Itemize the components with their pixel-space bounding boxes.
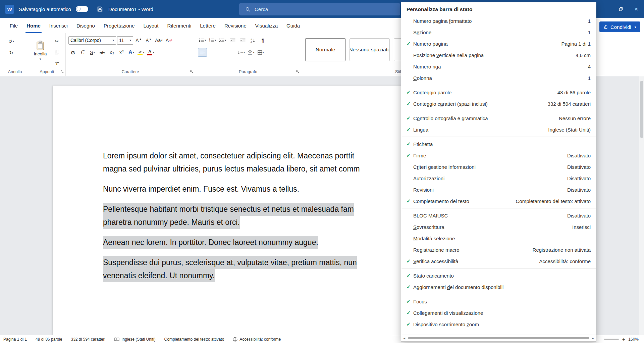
document-page[interactable]: Lorem ipsum dolor sit amet, consectetuer… [53, 86, 419, 335]
status-menu-item[interactable]: ✓Numero paginaPagina 1 di 1 [401, 38, 596, 49]
status-menu-item[interactable]: Registrazione macroRegistrazione non att… [401, 244, 596, 255]
ribbon-tab-guida[interactable]: Guida [282, 18, 304, 33]
proofing-status[interactable]: Inglese (Stati Uniti) [114, 337, 155, 342]
status-menu-item[interactable]: ✓Focus [401, 296, 596, 307]
font-color-button[interactable]: A ▾ [146, 48, 155, 57]
italic-button[interactable]: C [78, 48, 87, 57]
ribbon-tab-visualizza[interactable]: Visualizza [251, 18, 282, 33]
text-effects-button[interactable]: A▾ [127, 48, 136, 57]
sort-button[interactable]: AZ [248, 36, 257, 45]
status-menu-item[interactable]: RevisioniDisattivato [401, 184, 596, 195]
save-icon[interactable] [97, 6, 103, 12]
status-menu-item[interactable]: BLOC MAIUSCDisattivato [401, 210, 596, 221]
font-size-combo[interactable]: 11▾ [117, 36, 133, 45]
paragraph[interactable]: Aenean nec lorem. In porttitor. Donec la… [103, 236, 360, 249]
copy-button[interactable] [52, 48, 61, 56]
status-menu-item[interactable]: Numero riga4 [401, 61, 596, 72]
status-menu-item[interactable]: ✓FirmeDisattivato [401, 150, 596, 161]
bullet-list-button[interactable]: ▾ [198, 36, 207, 45]
restore-window-button[interactable] [613, 0, 629, 18]
shrink-font-button[interactable]: A▼ [144, 36, 153, 45]
ribbon-tab-disegno[interactable]: Disegno [72, 18, 99, 33]
accessibility-status[interactable]: Accessibilità: conforme [233, 337, 281, 342]
document-text[interactable]: Lorem ipsum dolor sit amet, consectetuer… [103, 149, 360, 289]
style-card-normale[interactable]: Normale [305, 38, 345, 61]
status-menu-item[interactable]: Numero pagina formattato1 [401, 15, 596, 27]
status-menu-item[interactable]: ✓LinguaInglese (Stati Uniti) [401, 124, 596, 135]
status-menu-item[interactable]: ✓Controllo ortografia e grammaticaNessun… [401, 112, 596, 124]
strikethrough-button[interactable]: ab [98, 48, 107, 57]
clear-formatting-button[interactable]: A [164, 36, 173, 45]
ribbon-tab-layout[interactable]: Layout [139, 18, 163, 33]
status-menu-item[interactable]: ✓Conteggio parole48 di 86 parole [401, 87, 596, 98]
status-menu-item[interactable]: Modalità selezione [401, 233, 596, 244]
scroll-right-arrow-icon[interactable]: ► [591, 337, 594, 340]
ribbon-tab-revisione[interactable]: Revisione [220, 18, 251, 33]
shading-button[interactable]: ▾ [247, 48, 256, 57]
share-button[interactable]: Condividi ▾ [599, 21, 640, 32]
borders-button[interactable]: ▾ [256, 48, 265, 57]
grow-font-button[interactable]: A▲ [134, 36, 143, 45]
numbered-list-button[interactable]: 123 ▾ [208, 36, 217, 45]
word-count[interactable]: 48 di 86 parole [36, 337, 62, 342]
horizontal-scrollbar-thumb[interactable] [408, 337, 589, 339]
ribbon-tab-inserisci[interactable]: Inserisci [45, 18, 72, 33]
align-left-button[interactable] [198, 48, 207, 57]
status-menu-item[interactable]: Sezione1 [401, 27, 596, 38]
line-spacing-button[interactable]: ▾ [237, 48, 246, 57]
increase-indent-button[interactable] [238, 36, 247, 45]
highlight-color-button[interactable]: ▾ [137, 48, 146, 57]
paste-button[interactable]: Incolla ▾ [31, 36, 50, 66]
menu-horizontal-scrollbar[interactable]: ◄ ► [401, 335, 596, 341]
status-menu-item[interactable]: ✓Verifica accessibilitàAccessibilità: co… [401, 255, 596, 267]
decrease-indent-button[interactable] [228, 36, 237, 45]
format-painter-button[interactable] [52, 58, 61, 67]
status-menu-item[interactable]: Posizione verticale nella pagina4,6 cm [401, 49, 596, 61]
justify-button[interactable] [227, 48, 236, 57]
clipboard-dialog-launcher[interactable] [60, 70, 64, 74]
style-card-nessuna-spaziatura[interactable]: Nessuna spaziatu [350, 38, 390, 61]
pilcrow-button[interactable]: ¶ [258, 36, 267, 45]
ribbon-tab-lettere[interactable]: Lettere [196, 18, 220, 33]
status-menu-item[interactable]: ✓Collegamenti di visualizzazione [401, 307, 596, 318]
status-menu-item[interactable]: ✓Stato caricamento [401, 270, 596, 281]
change-case-button[interactable]: Aa▾ [154, 36, 163, 45]
superscript-button[interactable]: x2 [117, 48, 126, 57]
subscript-button[interactable]: x2 [107, 48, 116, 57]
text-prediction-status[interactable]: Completamento del testo: attivato [164, 337, 224, 342]
ribbon-tab-riferimenti[interactable]: Riferimenti [163, 18, 196, 33]
undo-button[interactable]: ↺▾ [7, 37, 16, 46]
status-menu-item[interactable]: ✓Dispositivo scorrimento zoom [401, 318, 596, 330]
status-menu-item[interactable]: ✓Aggiornamenti del documento disponibili [401, 281, 596, 293]
ribbon-tab-file[interactable]: File [5, 18, 22, 33]
search-box[interactable]: Cerca [239, 3, 400, 15]
vertical-scrollbar[interactable] [639, 76, 644, 335]
underline-button[interactable]: S▾ [88, 48, 97, 57]
character-count[interactable]: 332 di 594 caratteri [71, 337, 105, 342]
font-dialog-launcher[interactable] [190, 70, 193, 74]
status-menu-item[interactable]: Colonna1 [401, 72, 596, 84]
paragraph[interactable]: Suspendisse dui purus, scelerisque at, v… [103, 256, 360, 282]
status-menu-item[interactable]: ✓Etichetta [401, 138, 596, 150]
paragraph-dialog-launcher[interactable] [296, 70, 299, 74]
paragraph[interactable]: Nunc viverra imperdiet enim. Fusce est. … [103, 183, 360, 196]
zoom-slider[interactable] [604, 339, 619, 340]
font-name-combo[interactable]: Calibri (Corpo)▾ [68, 36, 116, 45]
autosave-toggle[interactable] [76, 6, 88, 12]
redo-button[interactable]: ↻ [7, 48, 16, 57]
status-menu-item[interactable]: ✓Conteggio caratteri (spazi inclusi)332 … [401, 98, 596, 109]
status-menu-item[interactable]: Criteri gestione informazioniDisattivato [401, 161, 596, 173]
paragraph[interactable]: Pellentesque habitant morbi tristique se… [103, 203, 360, 229]
cut-button[interactable]: ✂ [52, 37, 61, 46]
ribbon-tab-progettazione[interactable]: Progettazione [99, 18, 139, 33]
ribbon-tab-home[interactable]: Home [22, 18, 45, 33]
align-center-button[interactable] [208, 48, 217, 57]
bold-button[interactable]: G [68, 48, 77, 57]
vertical-scrollbar-thumb[interactable] [640, 81, 643, 138]
close-window-button[interactable]: × [629, 0, 644, 18]
status-menu-item[interactable]: ✓Completamento del testoCompletamento de… [401, 195, 596, 207]
scroll-left-arrow-icon[interactable]: ◄ [403, 337, 406, 340]
status-menu-item[interactable]: SovrascritturaInserisci [401, 221, 596, 233]
align-right-button[interactable] [217, 48, 226, 57]
zoom-level[interactable]: 160% [628, 337, 639, 342]
